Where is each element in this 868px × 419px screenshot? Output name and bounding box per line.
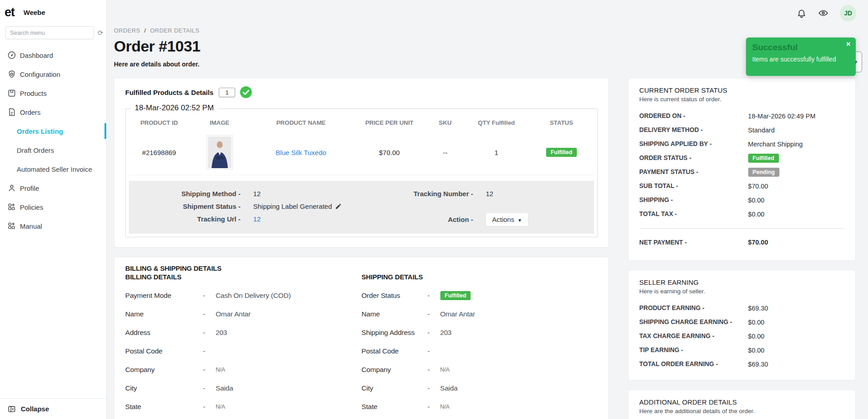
row-dash: - [428,329,440,337]
sidebar-item-dashboard[interactable]: Dashboard [0,46,106,65]
row-label: TOTAL ORDER EARNING - [639,361,748,367]
row-value: Omar Antar [440,310,475,318]
toast-close-icon[interactable]: ✕ [846,41,851,47]
row-dash: - [203,329,216,337]
search-input[interactable] [5,26,94,39]
sidebar-item-manual[interactable]: Manual [0,217,106,235]
collapse-button[interactable]: Collapse [0,398,106,419]
product-image[interactable] [207,135,233,169]
user-avatar[interactable]: JD [840,5,856,21]
fulfilled-card-title: Fulfilled Products & Details [125,89,213,96]
row-value: $69.30 [748,305,768,312]
sidebar-item-products[interactable]: Products [0,84,106,103]
row-label: Name [125,310,203,318]
row-value: $69.30 [748,361,768,368]
products-icon [7,89,16,98]
sidebar-item-label: Configuration [20,71,60,78]
breadcrumb-separator: / [144,27,146,34]
seller-earning-title: SELLER EARNING [639,278,844,286]
order-status-title: CURRENT ORDER STATUS [639,86,844,94]
breadcrumb: ORDERS / ORDER DETAILS [114,27,868,34]
notifications-bell-icon[interactable] [797,8,807,18]
shipping-row-order-status: Order Status - Fulfilled [362,286,598,305]
tracking-url-link[interactable]: 12 [253,215,261,223]
col-header-product-name: PRODUCT NAME [250,119,352,126]
row-label: State [362,403,428,411]
additional-details-title: ADDITIONAL ORDER DETAILS [639,398,844,406]
fulfilled-products-card: Fulfilled Products & Details 1 18-Mar-20… [114,78,609,248]
row-label: PRODUCT EARNING - [639,305,748,311]
product-photo-graphic [208,137,231,168]
row-dash: - [428,347,440,355]
row-value: Standard [748,127,775,134]
billing-details-heading: BILLING DETAILS [125,273,362,281]
current-order-status-card: CURRENT ORDER STATUS Here is current sta… [628,78,856,261]
sidebar-item-policies[interactable]: Policies [0,198,106,217]
row-value: N/A [216,403,225,410]
sidebar-item-label: Orders Listing [17,127,63,135]
row-value: Saida [440,384,458,392]
order-status-badge: Fulfilled [748,154,779,163]
row-value: $0.00 [748,197,764,204]
billing-shipping-title: BILLING & SHIPPING DETAILS [125,264,598,272]
shipping-method-value: 12 [253,190,261,198]
sidebar-item-orders[interactable]: Orders [0,103,106,122]
seller-earning-subtitle: Here is earning of seller. [639,288,844,295]
refresh-icon[interactable]: ⟳ [98,29,104,37]
cell-product-name-link[interactable]: Blue Silk Tuxedo [250,149,352,156]
row-value: Saida [216,384,233,392]
row-label: Name [362,310,428,318]
fulfilled-check-icon [240,86,252,99]
action-label: Action - [362,216,473,223]
col-header-price-per-unit: PRICE PER UNIT [352,119,427,126]
row-value: Merchant Shipping [748,141,803,148]
dashboard-icon [7,51,16,60]
success-toast: ✕ Successful Items are successfully fulf… [746,38,856,76]
sidebar-item-draft-orders[interactable]: Draft Orders [0,141,106,160]
row-label: Postal Code [125,347,203,355]
status-badge: Fulfilled [546,148,577,157]
breadcrumb-orders[interactable]: ORDERS [114,27,140,34]
toast-title: Successful [752,42,849,52]
row-dash: - [428,384,440,392]
cell-qty-fulfilled: 1 [464,149,529,156]
divider [639,228,844,229]
row-label: DELIVERY METHOD - [639,127,748,133]
row-value: 18-Mar-2026 02:49 PM [748,113,816,120]
actions-dropdown-button[interactable]: Actions▼ [486,212,528,226]
row-label: Order Status [362,292,428,300]
sidebar: et Weebe ⟳ Dashboard Configuration Produ… [0,0,107,419]
row-value: N/A [216,366,225,373]
additional-order-details-card: ADDITIONAL ORDER DETAILS Here are the ad… [628,390,856,419]
fulfillment-group: 18-Mar-2026 02:52 PM PRODUCT ID IMAGE PR… [125,108,598,237]
sidebar-item-configuration[interactable]: Configuration [0,65,106,84]
manual-icon [7,221,16,231]
sidebar-item-label: Profile [20,184,39,192]
order-status-badge: Fulfilled [440,291,471,300]
col-header-product-id: PRODUCT ID [129,119,189,126]
row-dash: - [428,403,440,411]
seller-earning-card: SELLER EARNING Here is earning of seller… [628,270,856,381]
billing-row-city: City - Saida [125,379,362,397]
row-dash: - [428,292,440,300]
row-label: Shipping Address [362,329,428,337]
sidebar-item-automated-seller-invoice[interactable]: Automated Seller Invoice [0,160,106,179]
shipping-details-section: SHIPPING DETAILS Order Status - Fulfille… [362,272,598,416]
sidebar-item-label: Draft Orders [17,146,54,154]
row-value: $0.00 [748,319,764,326]
row-label: Company [125,366,203,374]
cell-image [189,135,250,169]
shipping-row-company: Company - N/A [362,360,598,379]
shipping-row-state: State - N/A [362,397,598,416]
row-value: 203 [440,329,452,337]
orders-icon [7,108,16,117]
preview-eye-icon[interactable] [818,8,828,18]
row-label: Postal Code [362,347,428,355]
status-row-shipping: SHIPPING - $0.00 [639,193,844,207]
sidebar-item-profile[interactable]: Profile [0,179,106,198]
earning-row-tax-charge: TAX CHARGE EARNING - $0.00 [639,329,844,343]
row-dash: - [203,347,216,355]
sidebar-item-orders-listing[interactable]: Orders Listing [0,122,106,141]
billing-row-company: Company - N/A [125,360,362,379]
edit-pencil-icon[interactable] [335,203,342,210]
